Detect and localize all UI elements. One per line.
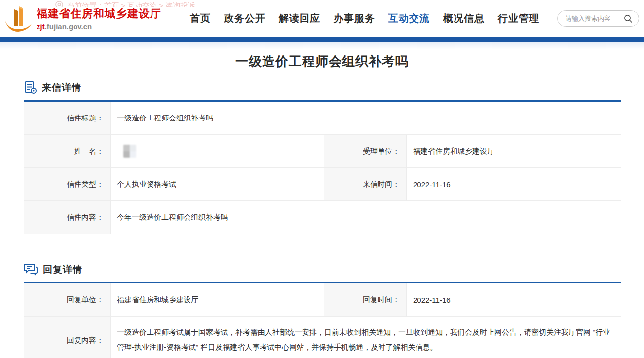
letter-content-label: 信件内容： [24,201,111,234]
nav-item-interaction[interactable]: 互动交流 [388,12,430,25]
nav-item-gov-affairs[interactable]: 政务公开 [224,12,265,25]
site-url-prefix: zjt [37,22,45,31]
site-header: 福建省住房和城乡建设厅 zjt.fujian.gov.cn 首页 政务公开 解读… [0,0,644,37]
reply-section-header: 回复详情 [24,263,621,276]
nav-item-services[interactable]: 办事服务 [334,12,375,25]
name-label: 姓 名： [24,135,111,168]
logo-building-icon [4,5,33,33]
search-input[interactable] [566,15,624,22]
nav-item-industry[interactable]: 行业管理 [498,12,539,25]
nav-item-interpretation[interactable]: 解读回应 [279,12,320,25]
site-url-suffix: .fujian.gov.cn [45,22,92,31]
letter-time-value: 2022-11-16 [407,168,621,201]
letter-type-label: 信件类型： [24,168,111,201]
search-box [557,10,639,27]
nav-item-home[interactable]: 首页 [190,12,211,25]
reply-content-label: 回复内容： [24,317,111,358]
reply-unit-value: 福建省住房和城乡建设厅 [111,283,324,317]
letter-details-table: 信件标题： 一级造价工程师会组织补考吗 姓 名： 受理单位： 福建省住房和城乡建… [24,102,621,234]
letter-document-icon [24,81,37,94]
site-url: zjt.fujian.gov.cn [37,22,161,31]
letter-content-value: 今年一级造价工程师会组织补考吗 [111,201,621,234]
redacted-name-blur [123,145,136,158]
letter-title-label: 信件标题： [24,102,111,135]
page: 当前位置：首页 > 互动交流 > 咨询投诉 福建省住房和城乡建设厅 zjt.fu… [0,0,644,358]
main-nav: 首页 政务公开 解读回应 办事服务 互动交流 概况信息 行业管理 [190,12,539,25]
reply-unit-label: 回复单位： [24,283,111,317]
nav-item-overview[interactable]: 概况信息 [443,12,485,25]
search-icon[interactable] [624,14,633,23]
letter-section-header: 来信详情 [24,81,621,94]
header-divider-bar [0,37,644,42]
name-value [111,135,324,168]
reply-details-table: 回复单位： 福建省住房和城乡建设厅 回复时间： 2022-11-16 回复内容：… [24,283,621,358]
reply-time-value: 2022-11-16 [407,283,621,317]
reply-time-label: 回复时间： [324,283,407,317]
letter-time-label: 来信时间： [324,168,407,201]
letter-title-value: 一级造价工程师会组织补考吗 [111,102,621,135]
reply-section-title: 回复详情 [43,263,82,276]
accept-unit-value: 福建省住房和城乡建设厅 [407,135,621,168]
header-fade [0,42,644,49]
reply-content-value: 一级造价工程师考试属于国家考试，补考需由人社部统一安排，目前未收到相关通知，一旦… [111,317,621,358]
accept-unit-label: 受理单位： [324,135,407,168]
letter-type-value: 个人执业资格考试 [111,168,324,201]
page-title: 一级造价工程师会组织补考吗 [0,53,644,70]
site-name: 福建省住房和城乡建设厅 [37,6,161,21]
site-logo[interactable]: 福建省住房和城乡建设厅 zjt.fujian.gov.cn [4,5,161,33]
letter-section-title: 来信详情 [42,81,81,94]
content: 来信详情 信件标题： 一级造价工程师会组织补考吗 姓 名： 受理单位： 福建省住… [24,81,621,358]
reply-bubbles-icon [24,263,38,276]
